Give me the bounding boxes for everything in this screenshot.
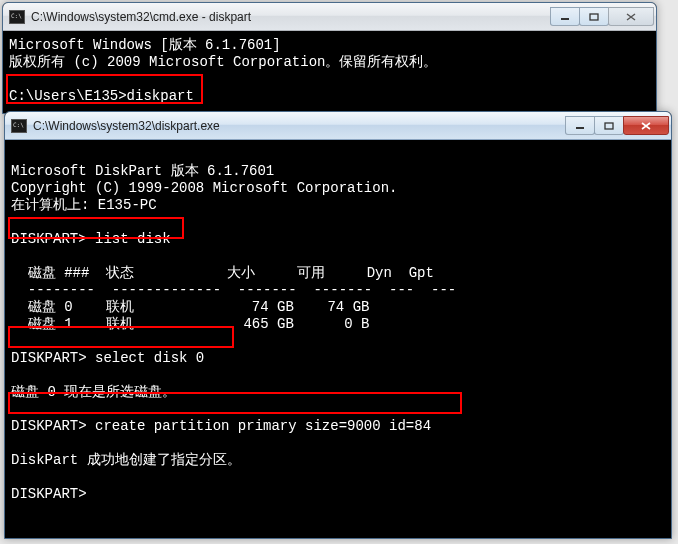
diskpart-window: C:\Windows\system32\diskpart.exe Microso… [4,111,672,539]
svg-rect-1 [590,14,598,20]
dp-line-21: DISKPART> [11,486,87,502]
dp-line-11: 磁盘 1 联机 465 GB 0 B [11,316,369,332]
diskpart-console[interactable]: Microsoft DiskPart 版本 6.1.7601 Copyright… [5,140,671,538]
dp-line-6: DISKPART> list disk [11,231,171,247]
diskpart-titlebar[interactable]: C:\Windows\system32\diskpart.exe [5,112,671,140]
dp-line-4: 在计算机上: E135-PC [11,197,157,213]
cmd-titlebar[interactable]: C:\Windows\system32\cmd.exe - diskpart [3,3,656,31]
dp-line-17: DISKPART> create partition primary size=… [11,418,431,434]
svg-rect-2 [576,127,584,129]
console-icon [11,119,27,133]
minimize-button[interactable] [550,7,580,26]
close-button[interactable] [608,7,654,26]
dp-line-10: 磁盘 0 联机 74 GB 74 GB [11,299,369,315]
diskpart-title: C:\Windows\system32\diskpart.exe [33,119,566,133]
dp-line-3: Copyright (C) 1999-2008 Microsoft Corpor… [11,180,397,196]
dp-line-15: 磁盘 0 现在是所选磁盘。 [11,384,176,400]
cmd-console[interactable]: Microsoft Windows [版本 6.1.7601] 版权所有 (c)… [3,31,656,113]
cmd-line-2: 版权所有 (c) 2009 Microsoft Corporation。保留所有… [9,54,437,70]
minimize-button[interactable] [565,116,595,135]
svg-rect-3 [605,123,613,129]
dp-line-8: 磁盘 ### 状态 大小 可用 Dyn Gpt [11,265,434,281]
cmd-line-1: Microsoft Windows [版本 6.1.7601] [9,37,281,53]
dp-line-2: Microsoft DiskPart 版本 6.1.7601 [11,163,274,179]
dp-line-9: -------- ------------- ------- ------- -… [11,282,456,298]
maximize-button[interactable] [594,116,624,135]
dp-line-13: DISKPART> select disk 0 [11,350,204,366]
cmd-window-controls [551,7,654,26]
svg-rect-0 [561,18,569,20]
cmd-line-4: C:\Users\E135>diskpart [9,88,194,104]
close-button[interactable] [623,116,669,135]
maximize-button[interactable] [579,7,609,26]
cmd-window: C:\Windows\system32\cmd.exe - diskpart M… [2,2,657,114]
dp-line-19: DiskPart 成功地创建了指定分区。 [11,452,241,468]
console-icon [9,10,25,24]
cmd-title: C:\Windows\system32\cmd.exe - diskpart [31,10,551,24]
diskpart-window-controls [566,116,669,135]
